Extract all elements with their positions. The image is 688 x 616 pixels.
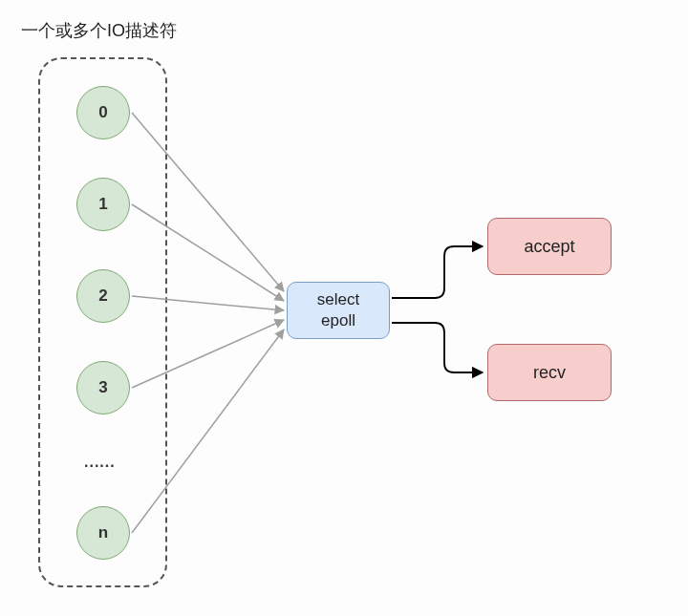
fd-node-2: 2 (76, 269, 130, 323)
fd-node-3: 3 (76, 361, 130, 414)
fd-node-1: 1 (76, 178, 130, 231)
selector-line2: epoll (321, 310, 355, 331)
selector-line1: select (317, 289, 359, 310)
arrow-selector-recv (392, 323, 483, 372)
selector-box: select epoll (287, 282, 390, 339)
fd-node-n: n (76, 506, 130, 560)
recv-box: recv (487, 344, 612, 401)
fd-ellipsis: ...... (84, 454, 116, 471)
accept-box: accept (487, 218, 612, 275)
diagram-title: 一个或多个IO描述符 (21, 19, 177, 42)
arrow-selector-accept (392, 246, 483, 298)
fd-node-0: 0 (76, 86, 130, 139)
